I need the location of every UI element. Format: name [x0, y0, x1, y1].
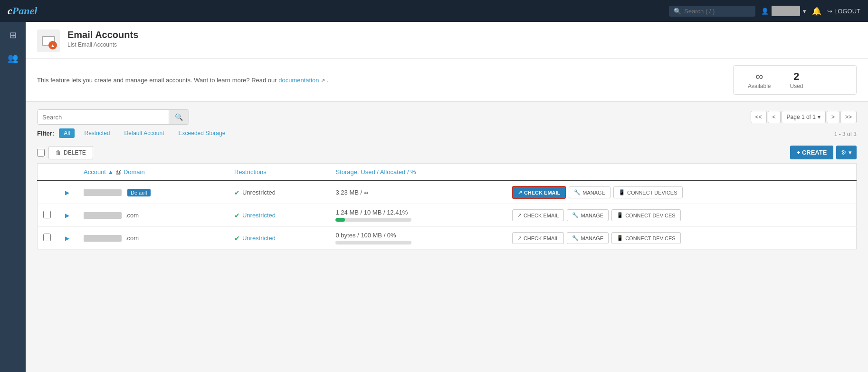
toolbar-left: 🗑 DELETE [37, 146, 93, 159]
external-link-icon: ↗ [518, 189, 522, 196]
check-icon: ✔ [234, 235, 240, 242]
page-icon: ▲ [37, 29, 60, 52]
restriction-link[interactable]: Unrestricted [242, 212, 276, 219]
col-actions [506, 164, 857, 181]
connect-devices-button[interactable]: 📱 CONNECT DEVICES [611, 209, 681, 221]
user-icon: 👤 [761, 8, 769, 15]
filter-exceeded-storage[interactable]: Exceeded Storage [174, 128, 230, 138]
account-cell: .com [84, 212, 223, 219]
chevron-down-icon: ▾ [818, 114, 820, 120]
wrench-icon: 🔧 [572, 235, 579, 241]
pagination-next[interactable]: > [827, 111, 839, 123]
restriction-text: Unrestricted [242, 189, 276, 196]
connect-devices-button[interactable]: 📱 CONNECT DEVICES [611, 232, 681, 244]
delete-button[interactable]: 🗑 DELETE [48, 146, 93, 159]
pagination-last[interactable]: >> [840, 111, 857, 123]
col-expand [57, 164, 78, 181]
account-cell: Default [84, 189, 223, 196]
col-restrictions: Restrictions [229, 164, 330, 181]
info-bar: This feature lets you create and manage … [26, 59, 868, 102]
pagination-first[interactable]: << [751, 111, 767, 123]
account-name-blurred [84, 235, 122, 242]
manage-button[interactable]: 🔧 MANAGE [567, 209, 609, 221]
person-badge-icon: ▲ [48, 41, 57, 49]
toolbar-row: 🗑 DELETE + CREATE ⚙ ▾ [37, 146, 857, 159]
sort-used[interactable]: Used [361, 168, 375, 176]
manage-button[interactable]: 🔧 MANAGE [567, 232, 609, 244]
expand-arrow[interactable]: ▶ [62, 188, 72, 197]
check-email-button[interactable]: ↗ CHECK EMAIL [512, 186, 566, 199]
manage-button[interactable]: 🔧 MANAGE [569, 186, 610, 198]
col-checkbox [38, 164, 57, 181]
sidebar-icon-users[interactable]: 👥 [5, 50, 20, 66]
create-button[interactable]: + CREATE [790, 146, 834, 159]
page-title-block: Email Accounts List Email Accounts [67, 29, 138, 48]
row-checkbox[interactable] [43, 234, 51, 241]
device-icon: 📱 [617, 212, 623, 218]
search-button[interactable]: 🔍 [169, 110, 189, 124]
app-logo: cPanel [8, 5, 37, 17]
notifications-icon[interactable]: 🔔 [812, 7, 821, 16]
stats-box: ∞ Available 2 Used [733, 65, 857, 95]
stat-available: ∞ Available [748, 70, 771, 89]
check-email-button[interactable]: ↗ CHECK EMAIL [512, 209, 564, 221]
sort-domain[interactable]: Domain [124, 168, 145, 176]
filter-all[interactable]: All [59, 128, 75, 138]
restriction-link[interactable]: Unrestricted [242, 235, 276, 242]
search-input[interactable] [684, 8, 751, 15]
expand-arrow[interactable]: ▶ [62, 234, 72, 243]
account-name-blurred [84, 189, 122, 196]
storage-text: 3.23 MB / ∞ [335, 189, 500, 196]
filter-restricted[interactable]: Restricted [79, 128, 114, 138]
sort-allocated[interactable]: Allocated [380, 168, 405, 176]
account-cell: .com [84, 235, 223, 242]
logout-button[interactable]: ↪ LOGOUT [827, 8, 860, 15]
stat-used: 2 Used [790, 70, 803, 89]
doc-link[interactable]: documentation [278, 77, 319, 84]
page-title: Email Accounts [67, 29, 138, 40]
row-checkbox[interactable] [43, 211, 51, 218]
external-link-icon: ↗ [517, 235, 522, 241]
select-all-checkbox[interactable] [37, 149, 45, 157]
search-icon: 🔍 [674, 8, 681, 15]
sort-icon: ▲ [108, 168, 114, 176]
filter-row: Filter: All Restricted Default Account E… [37, 128, 230, 138]
topnav: cPanel 🔍 👤 ▾ 🔔 ↪ LOGOUT [0, 0, 868, 22]
sort-account[interactable]: Account [84, 168, 106, 176]
wrench-icon: 🔧 [572, 212, 579, 218]
storage-bar-wrap [335, 241, 411, 245]
connect-devices-button[interactable]: 📱 CONNECT DEVICES [613, 186, 683, 198]
check-email-button[interactable]: ↗ CHECK EMAIL [512, 232, 564, 244]
search-container: 🔍 [669, 6, 755, 17]
content-area: 🔍 << < Page 1 of 1 ▾ > >> Filter: A [26, 102, 868, 257]
chevron-down-icon: ▾ [803, 8, 806, 15]
pagination-prev[interactable]: < [768, 111, 781, 123]
gear-button[interactable]: ⚙ ▾ [836, 146, 857, 159]
domain-text: .com [125, 235, 139, 242]
toolbar-right: + CREATE ⚙ ▾ [790, 146, 857, 159]
storage-bar-wrap [335, 218, 411, 222]
accounts-table: Account ▲ @ Domain Restrictions Storage:… [37, 163, 857, 250]
sidebar-icon-grid[interactable]: ⊞ [5, 28, 20, 43]
logout-label: LOGOUT [834, 8, 860, 15]
sidebar: ⊞ 👥 [0, 22, 26, 372]
page-subtitle: List Email Accounts [67, 41, 138, 48]
avatar [772, 6, 800, 16]
wrench-icon: 🔧 [574, 189, 581, 196]
results-info: 1 - 3 of 3 [834, 131, 857, 137]
device-icon: 📱 [617, 235, 623, 241]
external-link-icon: ↗ [517, 212, 522, 218]
expand-arrow[interactable]: ▶ [62, 211, 72, 220]
account-search-input[interactable] [38, 110, 169, 124]
sort-pct[interactable]: % [410, 168, 416, 176]
check-icon: ✔ [234, 189, 240, 196]
filter-default-account[interactable]: Default Account [120, 128, 169, 138]
search-box: 🔍 [37, 109, 189, 125]
page-dropdown[interactable]: Page 1 of 1 ▾ [782, 111, 826, 123]
main-content: ▲ Email Accounts List Email Accounts Thi… [26, 22, 868, 372]
domain-text: .com [125, 212, 139, 219]
external-link-icon: ↗ [321, 78, 325, 83]
trash-icon: 🗑 [56, 149, 61, 156]
account-name-blurred [84, 212, 122, 219]
user-menu[interactable]: 👤 ▾ [761, 6, 806, 16]
